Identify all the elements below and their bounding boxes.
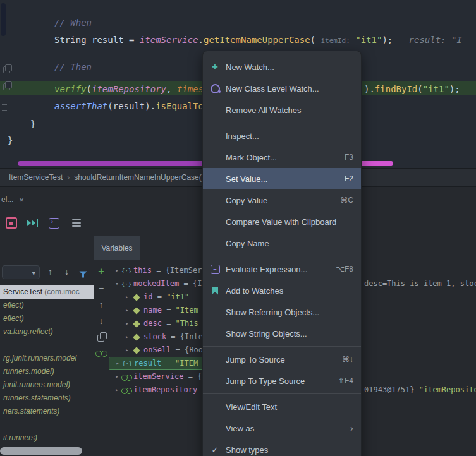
filter-icon[interactable] [79,269,87,280]
variable-row-name[interactable]: ▸name = "Item 1" [109,304,212,317]
menu-item-copy-name[interactable]: Copy Name [203,232,361,254]
icon-spacer [208,105,222,115]
stack-frame-row[interactable]: ners.statements) [0,405,94,418]
expand-arrow-icon[interactable]: ▸ [123,291,131,303]
expand-arrow-icon[interactable]: ▸ [123,331,131,343]
stack-frame-row[interactable]: rg.junit.runners.model [0,352,94,365]
watches-toolbar: +−↑↓ [94,260,109,456]
icon-spacer [208,423,222,433]
session-tab[interactable]: el... × [1,192,24,207]
code-token: itemId: [320,37,350,45]
move-up-icon[interactable]: ↑ [94,298,109,311]
expand-arrow-icon[interactable]: ▸ [123,304,131,316]
braces-icon [122,359,132,368]
frame-up-icon[interactable]: ↑ [48,267,52,277]
stack-frame-row[interactable]: ServiceTest (com.imoc [0,285,94,299]
menu-item-set-value[interactable]: Set Value...F2 [203,168,361,189]
stack-frame-row[interactable]: va.lang.reflect) [0,325,94,339]
icon-spacer [208,328,222,339]
mock-icon [121,373,131,381]
menu-item-view-edit-text[interactable]: View/Edit Text [203,396,361,417]
menu-item-label: Copy Name [226,239,269,248]
rerun-icon[interactable] [5,217,17,229]
tab-variables[interactable]: Variables [94,236,140,260]
tag-icon [131,346,142,355]
menu-item-inspect[interactable]: Inspect... [203,125,361,147]
menu-item-mark-object[interactable]: Mark Object...F3 [203,147,361,168]
expand-arrow-icon[interactable]: ▸ [113,357,122,369]
expand-arrow-icon[interactable]: ▸ [113,371,121,383]
add-watch-icon[interactable]: + [94,265,109,278]
remove-watch-icon[interactable]: − [94,282,109,294]
gutter-copy-icon [3,81,12,90]
code-line: verify(itemRepository, times(1) [54,83,219,95]
breadcrumb-class[interactable]: ItemServiceTest [9,173,63,182]
breadcrumb-separator-icon: › [67,173,70,182]
code-line: } [30,117,35,130]
frame-text: rg.junit.runners.model [3,354,76,363]
move-down-icon[interactable]: ↓ [94,315,109,327]
stack-frame-row[interactable]: runners.model) [0,365,94,378]
menu-item-view-as[interactable]: View as› [203,417,361,439]
variable-row-result[interactable]: ▸result = "ITEM 1" [109,357,216,370]
menu-item-jump-to-type-source[interactable]: Jump To Type Source⇧F4 [203,370,361,392]
menu-item-remove-all-watches[interactable]: Remove All Watches [203,99,361,121]
menu-item-copy-value[interactable]: Copy Value⌘C [203,189,361,211]
code-token: ); [449,84,460,94]
menu-item-label: Inspect... [226,131,259,141]
frame-down-icon[interactable]: ↓ [64,267,69,277]
frame-text: runners.model) [3,367,54,376]
menu-item-jump-to-source[interactable]: Jump To Source⌘↓ [203,349,361,370]
braces-icon [121,280,131,289]
expand-arrow-icon[interactable]: ▾ [113,278,121,290]
menu-item-new-watch[interactable]: New Watch... [203,56,361,78]
stack-frame-row[interactable] [0,339,94,352]
settings-icon[interactable] [70,217,82,229]
gutter-fold-mark [2,110,7,111]
menu-item-label: New Watch... [226,63,274,72]
code-token: ( [310,35,321,45]
menu-item-evaluate-expression[interactable]: Evaluate Expression...⌥F8 [203,258,361,280]
menu-item-show-types[interactable]: Show types [203,439,361,456]
show-watches-icon[interactable] [94,347,109,360]
expand-arrow-icon[interactable]: ▸ [123,344,131,356]
expand-arrow-icon[interactable]: ▸ [123,318,131,330]
menu-item-show-string-objects[interactable]: Show String Objects... [203,323,361,344]
variable-name: mockedItem [133,278,179,290]
skip-to-frame-icon[interactable] [27,219,38,227]
duplicate-watch-icon[interactable] [94,331,109,344]
stack-frame-row[interactable]: junit.runners.model) [0,378,94,392]
menu-item-show-referring-objects[interactable]: Show Referring Objects... [203,301,361,323]
stack-frame-row[interactable]: eflect) [0,299,94,312]
menu-item-add-to-watches[interactable]: Add to Watches [203,280,361,301]
stack-frame-row[interactable]: runners.statements) [0,392,94,405]
variable-row-id[interactable]: ▸id = "it1" [109,291,189,304]
gutter-copy-icon [3,64,12,73]
menu-separator [203,346,361,347]
stack-frame-row[interactable]: eflect) [0,312,94,325]
stack-frame-row[interactable]: it.runners) [0,431,94,445]
menu-item-label: Jump To Type Source [226,376,305,386]
menu-item-compare-value-with-clipboard[interactable]: Compare Value with Clipboard [203,211,361,232]
menu-item-label: Evaluate Expression... [226,265,307,274]
session-tab-label: el... [1,195,13,204]
variable-value: "it1" [166,291,189,303]
ide-window: // WhenString result = itemService.getIt… [0,0,476,456]
menu-separator [203,123,361,123]
icon-spacer [208,131,222,141]
close-icon[interactable]: × [19,195,24,205]
expand-arrow-icon[interactable]: ▸ [113,384,121,396]
plus-icon [208,62,222,72]
open-console-icon[interactable] [48,217,60,229]
code-line: // When [54,16,92,29]
breadcrumb-method[interactable]: shouldReturnItemNameInUpperCase() [74,173,204,182]
menu-item-new-class-level-watch[interactable]: New Class Level Watch... [203,78,361,99]
thread-selector-dropdown[interactable]: ▾ [2,265,40,279]
icon-spacer [208,174,222,184]
horizontal-scrollbar-thumb[interactable] [0,447,82,455]
stack-frame-row[interactable] [0,418,94,431]
code-token: . [198,35,204,45]
variable-value: = [152,291,166,303]
menu-item-label: Jump To Source [226,355,285,364]
expand-arrow-icon[interactable]: ▸ [113,265,121,277]
